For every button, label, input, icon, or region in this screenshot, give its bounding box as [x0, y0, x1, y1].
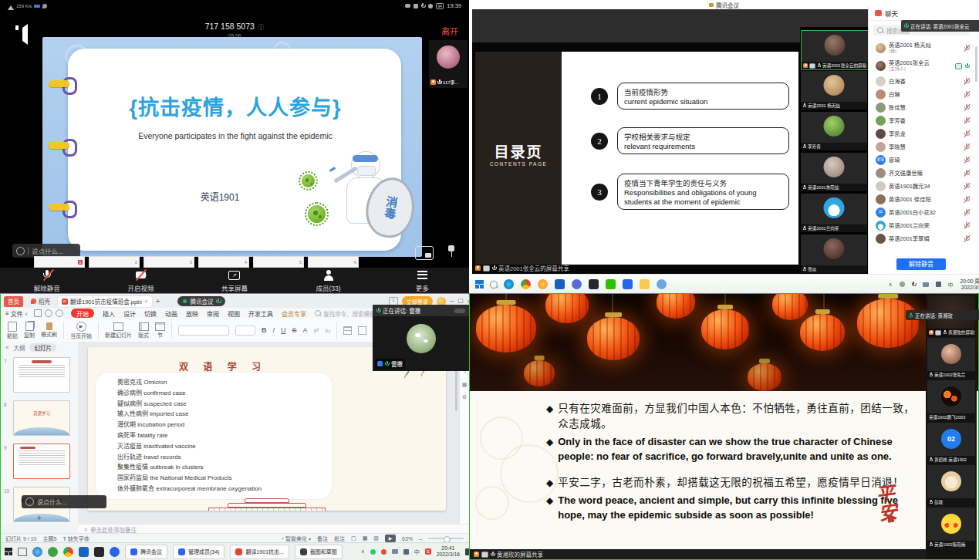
unmute-all-button[interactable]: 解除静音: [896, 258, 946, 270]
minimize-button[interactable]: ─: [450, 298, 454, 305]
table-icon[interactable]: ▦: [460, 379, 469, 391]
mic-muted-icon[interactable]: [964, 170, 969, 177]
menu-file[interactable]: 文件: [11, 309, 23, 318]
member-row[interactable]: 32英语2001白小花32: [869, 206, 974, 219]
edge-icon[interactable]: [504, 279, 514, 289]
section-button[interactable]: 节: [155, 322, 165, 339]
leave-button[interactable]: 离开: [441, 25, 458, 37]
taskbar-window-wps[interactable]: 翻译1901抗击...: [230, 545, 289, 559]
filmstrip-thumb[interactable]: 3: [143, 256, 194, 268]
mic-muted-icon[interactable]: [964, 91, 969, 98]
member-row[interactable]: 英语2001李翠娟: [869, 232, 974, 245]
member-row[interactable]: 廖琦廖琦: [869, 153, 974, 167]
info-icon[interactable]: ⓘ: [258, 24, 264, 31]
meeting-float-pill[interactable]: 腾讯会议: [177, 296, 225, 306]
zoom-slider[interactable]: [428, 538, 464, 539]
tab-outline[interactable]: 大纲: [13, 343, 25, 352]
font-name-select[interactable]: [178, 326, 229, 336]
mic-muted-icon[interactable]: [964, 196, 969, 203]
copy-button[interactable]: 复制: [24, 322, 35, 339]
menu-slideshow[interactable]: 放映: [186, 309, 198, 318]
tencent-docs-icon[interactable]: [79, 547, 89, 557]
comments-button[interactable]: 批注: [334, 535, 345, 542]
ie-icon[interactable]: [48, 547, 58, 557]
feishu-icon[interactable]: [110, 547, 120, 557]
speaker-video-tile[interactable]: 雷撒: [373, 316, 469, 371]
find-icon[interactable]: [315, 310, 321, 316]
maximize-button[interactable]: ☐: [458, 298, 464, 305]
chrome-icon[interactable]: [63, 547, 73, 557]
tray-volume-icon[interactable]: [403, 549, 409, 555]
current-slide[interactable]: 双 语 学 习 奥密克戎 Omicron 确诊病例 confirmed case…: [88, 347, 446, 511]
pin-button[interactable]: [446, 245, 457, 258]
font-size-select[interactable]: [235, 326, 255, 336]
member-row[interactable]: 英语2001张全云(主持人): [869, 57, 974, 75]
more-button[interactable]: 更多: [375, 269, 469, 292]
layout-button[interactable]: 版式: [138, 322, 149, 339]
start-button[interactable]: [5, 548, 12, 555]
member-row[interactable]: 李晓慧: [869, 140, 974, 153]
font-color-button[interactable]: A: [303, 326, 308, 334]
filmstrip-thumb[interactable]: 2: [89, 256, 140, 268]
tray-volume-icon[interactable]: [936, 282, 941, 287]
slide-thumbnail-7[interactable]: [13, 357, 70, 393]
menu-animation[interactable]: 动画: [165, 309, 177, 318]
emoji-icon[interactable]: [16, 247, 25, 255]
member-row[interactable]: 李芳香: [869, 114, 974, 127]
menu-devtools[interactable]: 开发工具: [248, 309, 273, 318]
video-tile[interactable]: 英语1902鹏飞2003: [927, 380, 975, 421]
share-screen-button[interactable]: ↗ 共享屏幕: [187, 269, 282, 292]
missing-font-warning[interactable]: T缺失字体: [62, 535, 89, 542]
video-tile[interactable]: 李芳香: [801, 112, 867, 150]
wechat-icon[interactable]: [606, 279, 616, 289]
add-slide-button[interactable]: +: [1, 513, 78, 522]
unmute-button[interactable]: 解除静音: [0, 269, 94, 292]
photos-icon[interactable]: [94, 547, 104, 557]
hamburger-icon[interactable]: ≡: [5, 310, 9, 317]
new-slide-button[interactable]: 新建幻灯片: [105, 322, 132, 339]
pip-mode-button[interactable]: [415, 246, 434, 260]
tray-icon[interactable]: [900, 282, 905, 287]
bold-button[interactable]: B: [262, 326, 267, 334]
view-normal-icon[interactable]: ▢: [351, 535, 356, 541]
mic-muted-icon[interactable]: [964, 45, 969, 52]
mic-muted-icon[interactable]: [964, 104, 969, 111]
filmstrip-thumb[interactable]: 4: [198, 256, 249, 268]
subscript-button[interactable]: x₂: [325, 327, 330, 334]
theme-name[interactable]: 主题5: [42, 535, 56, 542]
member-row[interactable]: 英语2001兰向荣: [869, 219, 974, 232]
video-tile[interactable]: 英语2001 杨天灿: [801, 71, 867, 110]
tray-display-icon[interactable]: [923, 282, 929, 287]
slideshow-button[interactable]: ▶: [385, 535, 396, 542]
underline-button[interactable]: U: [281, 326, 286, 334]
menu-start-active[interactable]: 开始: [71, 309, 94, 318]
task-view-icon[interactable]: [18, 548, 27, 556]
video-tile[interactable]: 英语1902陈晓楠: [927, 508, 975, 548]
filmstrip-thumb[interactable]: 6: [308, 256, 359, 268]
canvas-scrollbar[interactable]: [455, 365, 457, 411]
emoji-icon[interactable]: [25, 498, 34, 506]
tray-expand-icon[interactable]: ∧: [361, 548, 365, 555]
save-icon[interactable]: [34, 309, 42, 317]
slide-thumbnail-8[interactable]: 双语学习: [13, 400, 70, 436]
browser-icon[interactable]: [32, 547, 42, 557]
align-left-icon[interactable]: [343, 326, 352, 335]
member-row[interactable]: 英语1901魏元34: [869, 180, 974, 193]
meeting-app-icon[interactable]: [623, 279, 633, 289]
italic-button[interactable]: I: [273, 326, 275, 334]
browser-icon[interactable]: [572, 279, 582, 289]
ime-indicator[interactable]: 中: [948, 281, 954, 288]
close-tab-icon[interactable]: ×: [144, 298, 148, 305]
word-icon[interactable]: [555, 279, 565, 289]
member-row[interactable]: 陈佳慧: [869, 101, 974, 114]
settings-icon[interactable]: ⚙: [460, 391, 469, 403]
paste-button[interactable]: 粘贴: [7, 322, 18, 339]
member-row[interactable]: 齐文强康世楠: [869, 167, 974, 180]
tray-display-icon[interactable]: [392, 549, 398, 554]
tab-document[interactable]: P 翻译1901抗击疫情班会.pptx ×: [58, 296, 152, 307]
tray-mic-icon[interactable]: [912, 282, 916, 288]
mic-muted-icon[interactable]: [964, 143, 969, 150]
redo-icon[interactable]: [56, 309, 63, 317]
align-center-icon[interactable]: [358, 326, 366, 335]
menu-member[interactable]: 会员专享: [282, 309, 306, 318]
